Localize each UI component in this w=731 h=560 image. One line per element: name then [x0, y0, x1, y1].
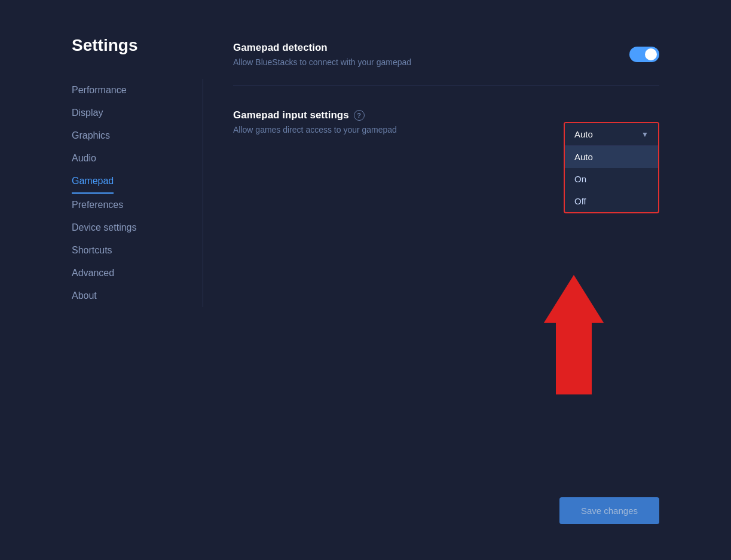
sidebar-item-preferences[interactable]: Preferences — [72, 194, 185, 216]
sidebar-item-performance[interactable]: Performance — [72, 79, 185, 102]
dropdown-option-auto[interactable]: Auto — [565, 146, 658, 168]
gamepad-input-title: Gamepad input settings ? — [233, 109, 659, 121]
sidebar-item-graphics[interactable]: Graphics — [72, 124, 185, 147]
arrow-annotation — [544, 275, 604, 394]
save-button-container: Save changes — [559, 497, 659, 524]
sidebar-item-audio[interactable]: Audio — [72, 147, 185, 170]
dropdown-header[interactable]: Auto ▼ — [565, 123, 658, 146]
sidebar-item-display[interactable]: Display — [72, 102, 185, 124]
gamepad-input-dropdown-open: Auto ▼ Auto On Off — [564, 122, 659, 213]
arrow-head — [544, 275, 604, 323]
dropdown-option-on[interactable]: On — [565, 168, 658, 190]
dropdown-option-off[interactable]: Off — [565, 190, 658, 212]
save-changes-button[interactable]: Save changes — [559, 497, 659, 524]
sidebar: Performance Display Graphics Audio Gamep… — [72, 79, 203, 307]
arrow-body — [556, 323, 592, 394]
dropdown-arrow-icon: ▼ — [641, 130, 649, 139]
gamepad-input-section: Gamepad input settings ? Allow games dir… — [233, 109, 659, 152]
gamepad-detection-description: Allow BlueStacks to connect with your ga… — [233, 57, 629, 67]
sidebar-item-device-settings[interactable]: Device settings — [72, 216, 185, 239]
sidebar-item-about[interactable]: About — [72, 284, 185, 307]
sidebar-item-gamepad[interactable]: Gamepad — [72, 170, 114, 194]
dropdown-selected-value: Auto — [574, 129, 593, 139]
gamepad-detection-title: Gamepad detection — [233, 42, 629, 54]
sidebar-item-advanced[interactable]: Advanced — [72, 262, 185, 284]
gamepad-detection-section: Gamepad detection Allow BlueStacks to co… — [233, 42, 659, 85]
gamepad-detection-toggle[interactable] — [629, 47, 659, 62]
sidebar-item-shortcuts[interactable]: Shortcuts — [72, 239, 185, 262]
page-title: Settings — [72, 36, 203, 55]
help-icon[interactable]: ? — [354, 110, 365, 121]
